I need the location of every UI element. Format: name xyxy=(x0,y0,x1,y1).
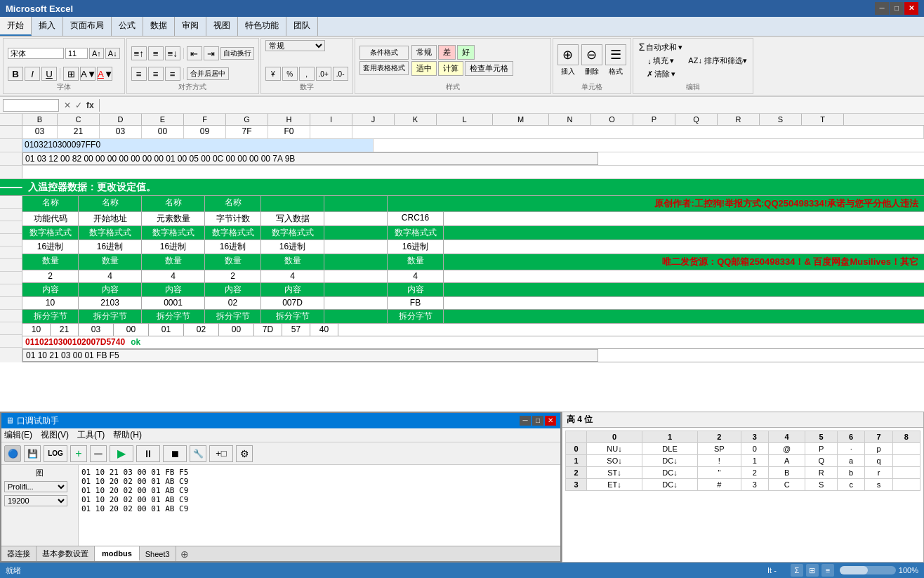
cell-elem-qty[interactable]: 4 xyxy=(142,270,205,282)
formula-input[interactable]: 调试助手写入温控器数据; 更改设定值。 xyxy=(103,100,921,110)
align-left-btn[interactable]: ≡ xyxy=(131,67,147,81)
col-header-m[interactable]: M xyxy=(493,114,549,125)
font-shrink-btn[interactable]: A↓ xyxy=(105,48,120,59)
tab-insert[interactable]: 插入 xyxy=(32,17,63,36)
inc-decimal-btn[interactable]: .0+ xyxy=(316,67,331,81)
tb-save-btn[interactable]: 💾 xyxy=(24,445,41,462)
col-header-q[interactable]: Q xyxy=(675,114,718,125)
col-header-n[interactable]: N xyxy=(549,114,591,125)
cell-crc-qty[interactable]: 4 xyxy=(388,270,444,282)
col-header-o[interactable]: O xyxy=(591,114,633,125)
insert-icon[interactable]: ⊕ xyxy=(557,44,579,65)
cancel-icon[interactable]: ✕ xyxy=(62,100,73,110)
serial-win-max[interactable]: □ xyxy=(532,416,543,426)
bold-btn[interactable]: B xyxy=(8,67,23,81)
col-header-h[interactable]: H xyxy=(268,114,310,125)
cell-write-qty[interactable]: 4 xyxy=(261,270,324,282)
col-header-c[interactable]: C xyxy=(58,114,100,125)
tb-pause-btn[interactable]: ⏸ xyxy=(136,445,160,462)
cell-hex-str[interactable]: 0110210300102007D5740 xyxy=(22,336,128,348)
stab-sheet3[interactable]: Sheet3 xyxy=(140,546,176,561)
indent-increase-btn[interactable]: ⇥ xyxy=(204,46,219,60)
col-header-b[interactable]: B xyxy=(22,114,58,125)
number-format-select[interactable]: 常规 数字 货币 日期 xyxy=(265,40,325,51)
win-maximize[interactable]: □ xyxy=(890,2,904,15)
function-icon[interactable]: fx xyxy=(84,100,96,110)
cell-e1[interactable]: 00 xyxy=(142,126,184,138)
stab-params[interactable]: 基本参数设置 xyxy=(37,546,95,561)
cell-crc-val[interactable]: FB xyxy=(388,297,444,309)
zoom-slider[interactable] xyxy=(840,566,896,574)
tb-play-btn[interactable]: ▶ xyxy=(110,445,133,462)
align-center-btn[interactable]: ≡ xyxy=(148,67,164,81)
col-header-p[interactable]: P xyxy=(633,114,675,125)
underline-btn[interactable]: U xyxy=(41,67,57,81)
tb-log-btn[interactable]: LOG xyxy=(44,445,67,462)
tb-icon1[interactable]: 🔵 xyxy=(4,445,21,462)
name-box[interactable] xyxy=(3,99,59,112)
serial-win-min[interactable]: ─ xyxy=(520,416,531,426)
cell-i1[interactable] xyxy=(310,126,352,138)
cell-h1[interactable]: F0 xyxy=(268,126,310,138)
cell-split-0[interactable]: 10 xyxy=(22,324,51,336)
status-icon-2[interactable]: ⊞ xyxy=(806,564,819,577)
tb-stop-btn[interactable]: ⏹ xyxy=(163,445,187,462)
win-close[interactable]: ✕ xyxy=(904,2,918,15)
menu-help[interactable]: 帮助(H) xyxy=(113,429,142,441)
align-top-left-btn[interactable]: ≡↑ xyxy=(131,46,147,60)
currency-btn[interactable]: ¥ xyxy=(265,67,281,81)
align-bottom-btn[interactable]: ≡↓ xyxy=(165,46,180,60)
cell-c1[interactable]: 21 xyxy=(58,126,100,138)
tab-team[interactable]: 团队 xyxy=(286,17,318,36)
style-neutral[interactable]: 适中 xyxy=(411,61,437,76)
cell-byte-qty[interactable]: 2 xyxy=(205,270,261,282)
tab-home[interactable]: 开始 xyxy=(0,17,32,36)
style-good[interactable]: 好 xyxy=(457,45,475,60)
stab-add[interactable]: ⊕ xyxy=(176,546,193,561)
col-header-i[interactable]: I xyxy=(310,114,352,125)
align-right-btn[interactable]: ≡ xyxy=(165,67,180,81)
merge-center-btn[interactable]: 合并后居中 xyxy=(187,67,229,80)
style-normal[interactable]: 常规 xyxy=(411,45,437,60)
cell-elem-val[interactable]: 0001 xyxy=(142,297,205,309)
cell-split-1[interactable]: 21 xyxy=(51,324,79,336)
tb-minus-btn[interactable]: ─ xyxy=(90,445,107,462)
italic-btn[interactable]: I xyxy=(25,67,40,81)
col-header-d[interactable]: D xyxy=(100,114,142,125)
cell-g1[interactable]: 7F xyxy=(226,126,268,138)
tab-formulas[interactable]: 公式 xyxy=(112,17,143,36)
status-icon-1[interactable]: Σ xyxy=(791,564,803,577)
menu-view[interactable]: 视图(V) xyxy=(41,429,69,441)
cell-split-7[interactable]: 7D xyxy=(254,324,282,336)
cell-split-2[interactable]: 03 xyxy=(79,324,114,336)
format-icon[interactable]: ☰ xyxy=(605,44,626,65)
clear-btn[interactable]: ✗ 清除▾ xyxy=(645,67,677,81)
tb-add2-btn[interactable]: +□ xyxy=(209,445,233,462)
cell-split-8[interactable]: 57 xyxy=(282,324,310,336)
confirm-icon[interactable]: ✓ xyxy=(73,100,84,110)
comma-btn[interactable]: , xyxy=(299,67,315,81)
cell-merged-row2[interactable]: 0103210300097FF0 xyxy=(22,139,374,152)
tab-view[interactable]: 视图 xyxy=(206,17,238,36)
cell-split-5[interactable]: 02 xyxy=(184,324,219,336)
font-size-input[interactable] xyxy=(65,48,88,59)
cell-split-6[interactable]: 00 xyxy=(219,324,254,336)
table-format-btn[interactable]: 套用表格格式 xyxy=(359,61,409,75)
align-middle-btn[interactable]: ≡ xyxy=(148,46,164,60)
cell-merged-row3[interactable]: 01 03 12 00 82 00 00 00 00 00 00 00 01 0… xyxy=(22,152,598,165)
fill-btn[interactable]: ↓ 填充▾ xyxy=(646,54,675,67)
status-icon-3[interactable]: ≡ xyxy=(821,564,834,577)
insert-label[interactable]: 插入 xyxy=(561,67,575,77)
format-label[interactable]: 格式 xyxy=(609,67,623,77)
cell-b1[interactable]: 03 xyxy=(22,126,58,138)
cell-func-val[interactable]: 10 xyxy=(22,297,79,309)
tab-review[interactable]: 审阅 xyxy=(175,17,206,36)
menu-tools[interactable]: 工具(T) xyxy=(77,429,105,441)
cell-split-3[interactable]: 00 xyxy=(114,324,149,336)
col-header-f[interactable]: F xyxy=(184,114,226,125)
baud-select[interactable]: 19200 xyxy=(4,495,67,506)
conditional-format-btn[interactable]: 条件格式 xyxy=(359,46,409,60)
col-header-t[interactable]: T xyxy=(802,114,844,125)
tb-plus-btn[interactable]: + xyxy=(70,445,87,462)
tb-wand-btn[interactable]: 🔧 xyxy=(190,445,206,462)
